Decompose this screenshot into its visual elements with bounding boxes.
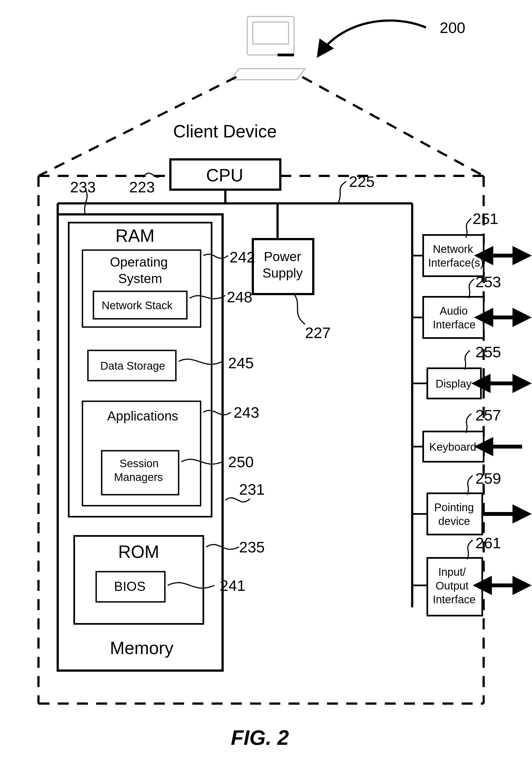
leader-261 <box>467 540 473 559</box>
ref-225: 225 <box>349 173 375 190</box>
io-interface-group: Input/ Output Interface <box>412 558 522 616</box>
ref-242: 242 <box>229 248 255 266</box>
ref-233: 233 <box>70 178 96 196</box>
ref-248: 248 <box>227 288 252 306</box>
leader-257 <box>466 414 471 433</box>
figure-label: FIG. 2 <box>231 726 289 749</box>
network-stack-label: Network Stack <box>102 299 173 311</box>
ref-253: 253 <box>475 273 501 290</box>
data-storage-label: Data Storage <box>100 360 165 372</box>
svg-text:Network: Network <box>433 243 473 255</box>
ref-235: 235 <box>239 538 265 556</box>
svg-text:Interface: Interface <box>433 319 476 331</box>
ref-251: 251 <box>473 210 498 227</box>
display-group: Display <box>412 368 522 399</box>
ref-223: 223 <box>129 178 155 196</box>
ref-257: 257 <box>475 406 501 424</box>
leader-227 <box>294 294 305 324</box>
network-interface-group: Network Interface(s) <box>412 235 522 276</box>
ram-label: RAM <box>115 226 154 246</box>
power-supply-label-2: Supply <box>262 266 303 280</box>
pointing-device-group: Pointing device <box>412 493 522 535</box>
power-supply-label-1: Power <box>264 249 301 264</box>
svg-text:Audio: Audio <box>440 305 468 317</box>
svg-text:device: device <box>438 515 470 527</box>
figure-2-diagram: 200 Client Device CPU Power Supply Memor… <box>0 0 532 772</box>
keyboard-group: Keyboard <box>412 431 522 462</box>
svg-text:Output: Output <box>436 580 469 592</box>
ref-261: 261 <box>475 534 501 552</box>
svg-text:Interface(s): Interface(s) <box>428 257 484 269</box>
ref-227: 227 <box>305 324 331 341</box>
os-label-2: System <box>118 271 162 286</box>
rom-label: ROM <box>118 542 159 562</box>
svg-rect-8 <box>423 297 484 338</box>
ref-241: 241 <box>220 577 245 594</box>
ref-250: 250 <box>228 453 254 471</box>
leader-225 <box>338 181 346 203</box>
leader-231 <box>225 498 250 502</box>
applications-label: Applications <box>107 409 178 423</box>
leader-259 <box>467 475 473 495</box>
leader-253 <box>469 279 474 298</box>
memory-label: Memory <box>110 638 173 658</box>
ref-231: 231 <box>239 481 265 498</box>
os-label-1: Operating <box>110 255 168 269</box>
ref-245: 245 <box>228 354 254 372</box>
client-device-label: Client Device <box>173 121 277 141</box>
computer-icon <box>231 16 305 80</box>
ref-255: 255 <box>475 343 501 361</box>
bios-label: BIOS <box>114 579 146 594</box>
svg-text:Display: Display <box>436 378 472 390</box>
audio-interface-group: Audio Interface <box>412 297 522 338</box>
session-managers-label-2: Managers <box>114 471 163 483</box>
svg-rect-18 <box>427 493 482 535</box>
ref-259: 259 <box>475 470 501 487</box>
cpu-label: CPU <box>206 165 243 185</box>
ref-arrow-200 <box>319 21 426 55</box>
ref-243: 243 <box>234 404 259 421</box>
svg-rect-1 <box>253 22 289 44</box>
svg-text:Interface: Interface <box>433 593 476 605</box>
svg-text:Input/: Input/ <box>438 566 466 578</box>
svg-text:Pointing: Pointing <box>434 501 474 513</box>
leader-255 <box>464 350 470 370</box>
ref-200: 200 <box>440 19 465 36</box>
session-managers-label-1: Session <box>120 457 159 469</box>
roof-right <box>302 77 484 176</box>
svg-rect-4 <box>423 235 484 276</box>
svg-text:Keyboard: Keyboard <box>429 441 476 453</box>
